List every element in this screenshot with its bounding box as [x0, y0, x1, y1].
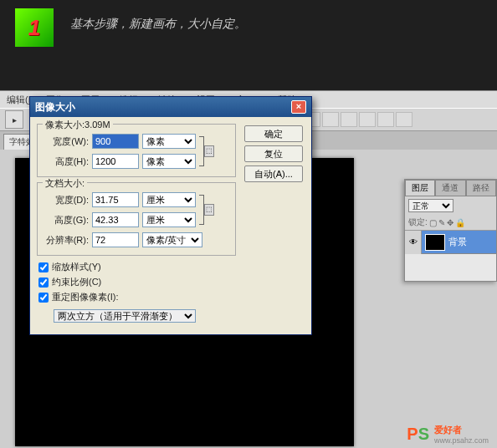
pixel-dimensions-fieldset: 像素大小:3.09M 宽度(W): 像素 高度(H): 像素: [37, 124, 236, 177]
doc-width-unit-select[interactable]: 厘米: [142, 192, 196, 207]
constrain-checkbox[interactable]: 约束比例(C): [38, 276, 303, 288]
dialog-titlebar[interactable]: 图像大小 ×: [30, 97, 311, 117]
tool-preset-button[interactable]: ▸: [5, 110, 23, 129]
visibility-icon[interactable]: 👁: [405, 231, 422, 254]
dialog-buttons: 确定 复位 自动(A)...: [244, 125, 303, 182]
doc-height-unit-select[interactable]: 厘米: [142, 212, 196, 227]
lock-all-icon[interactable]: 🔒: [455, 218, 465, 227]
resample-method-select[interactable]: 两次立方（适用于平滑渐变）: [54, 309, 196, 323]
doc-legend: 文档大小:: [43, 177, 87, 190]
doc-height-label: 高度(G):: [43, 214, 89, 227]
step-number: 1: [28, 15, 40, 41]
resolution-input[interactable]: [92, 232, 139, 247]
tab-channels[interactable]: 通道: [435, 180, 465, 196]
dialog-checkboxes: 缩放样式(Y) 约束比例(C) 重定图像像素(I): 两次立方（适用于平滑渐变）: [38, 261, 303, 323]
distribute-icons: [304, 112, 412, 127]
tab-layers[interactable]: 图层: [405, 180, 435, 196]
link-icon[interactable]: ⬚: [204, 204, 214, 216]
width-input[interactable]: [92, 134, 139, 149]
height-label: 高度(H):: [43, 155, 89, 168]
distribute-icon[interactable]: [396, 112, 412, 127]
image-size-dialog: 图像大小 × 确定 复位 自动(A)... 像素大小:3.09M 宽度(W): …: [29, 96, 312, 335]
auto-button[interactable]: 自动(A)...: [244, 165, 303, 182]
panel-tabs: 图层 通道 路径: [405, 180, 496, 196]
distribute-icon[interactable]: [322, 112, 339, 127]
distribute-icon[interactable]: [359, 112, 376, 127]
lock-paint-icon[interactable]: ✎: [438, 218, 445, 227]
watermark-text: 爱好者 www.psahz.com: [434, 424, 489, 445]
height-unit-select[interactable]: 像素: [142, 154, 196, 169]
blend-mode-select[interactable]: 正常: [408, 199, 453, 212]
tab-paths[interactable]: 路径: [466, 180, 496, 196]
blend-mode-row: 正常: [405, 196, 496, 215]
dialog-body: 确定 复位 自动(A)... 像素大小:3.09M 宽度(W): 像素 高度(H…: [30, 117, 311, 334]
link-icon[interactable]: ⬚: [204, 145, 214, 157]
document-size-fieldset: 文档大小: 宽度(D): 厘米 高度(G): 厘米 ⬚: [37, 182, 236, 256]
doc-width-label: 宽度(D):: [43, 194, 89, 206]
scale-styles-checkbox[interactable]: 缩放样式(Y): [38, 261, 303, 273]
layer-row[interactable]: 👁 背景: [405, 231, 496, 254]
doc-width-input[interactable]: [92, 192, 139, 207]
resolution-label: 分辨率(R):: [43, 234, 89, 247]
height-input[interactable]: [92, 154, 139, 169]
step-badge: 1: [15, 8, 54, 47]
lock-position-icon[interactable]: ✥: [447, 218, 453, 227]
watermark: PS 爱好者 www.psahz.com: [407, 424, 489, 445]
watermark-logo: PS: [407, 425, 429, 444]
reset-button[interactable]: 复位: [244, 145, 303, 162]
lock-transparency-icon[interactable]: ▢: [429, 218, 437, 227]
pixel-legend: 像素大小:3.09M: [43, 119, 113, 131]
layer-thumbnail[interactable]: [425, 234, 445, 251]
layers-panel: 图层 通道 路径 正常 锁定: ▢ ✎ ✥ 🔒 👁 背景: [404, 179, 497, 282]
lock-row: 锁定: ▢ ✎ ✥ 🔒: [405, 215, 496, 231]
resample-checkbox[interactable]: 重定图像像素(I):: [38, 291, 303, 303]
dialog-title: 图像大小: [35, 100, 75, 115]
layers-list: 👁 背景: [405, 231, 496, 281]
distribute-icon[interactable]: [341, 112, 357, 127]
resolution-unit-select[interactable]: 像素/英寸: [142, 232, 202, 247]
close-button[interactable]: ×: [291, 100, 306, 114]
width-unit-select[interactable]: 像素: [142, 134, 196, 149]
resample-method: 两次立方（适用于平滑渐变）: [54, 309, 303, 323]
distribute-icon[interactable]: [377, 112, 394, 127]
ok-button[interactable]: 确定: [244, 125, 303, 142]
width-label: 宽度(W):: [43, 135, 89, 148]
lock-label: 锁定:: [408, 216, 428, 228]
tutorial-text: 基本步骤，新建画布，大小自定。: [70, 17, 246, 32]
tutorial-header: 1 基本步骤，新建画布，大小自定。: [0, 0, 497, 68]
doc-height-input[interactable]: [92, 212, 139, 227]
layer-name: 背景: [448, 236, 467, 248]
